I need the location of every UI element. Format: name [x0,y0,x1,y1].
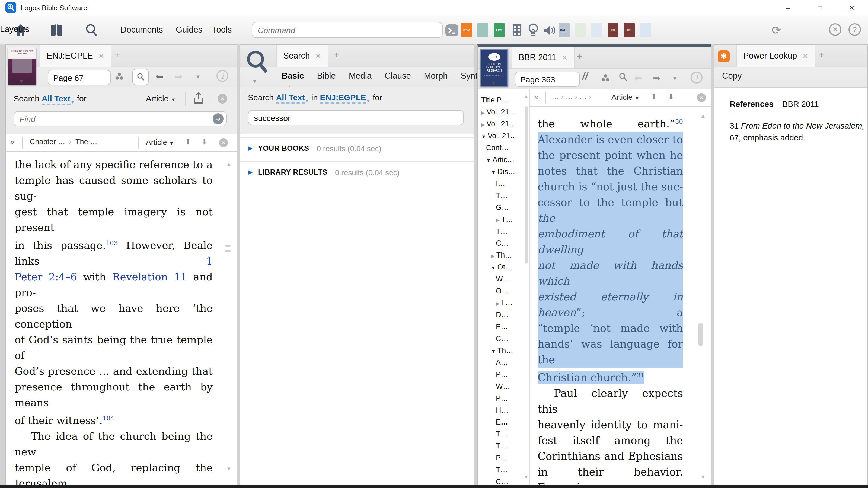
tab-close-icon[interactable]: ✕ [802,52,808,60]
terminal-shortcut-icon[interactable] [445,23,459,37]
humanitas-book-cover[interactable] [575,23,586,37]
expand-section-icon[interactable]: ▶ [248,169,252,176]
export-icon[interactable] [193,92,205,105]
results-section[interactable]: ▶LIBRARY RESULTS0 results (0.04 sec) [240,161,474,183]
next-article-icon[interactable]: ⬇ [201,137,208,146]
collapse-icon[interactable]: ▼ [491,170,496,175]
scroll-up-icon[interactable]: ▲ [226,161,231,167]
expand-icon[interactable]: ▶ [481,110,485,116]
expand-breadcrumb-icon[interactable]: » [10,138,14,146]
unseen-realm-book-cover[interactable] [477,23,488,37]
tab-close-icon[interactable]: ✕ [98,52,104,60]
toc-item[interactable]: C… [478,237,529,250]
search-type-tab-bible[interactable]: Bible [317,71,336,81]
paul-book-cover[interactable]: PAUL [559,23,569,37]
find-go-icon[interactable]: ➔ [213,113,223,124]
toc-item[interactable]: W… [478,381,529,393]
help-icon[interactable]: ? [848,23,861,36]
scroll-down-icon[interactable]: ▼ [701,474,706,480]
toc-item[interactable]: T… [478,190,529,202]
les-book-cover[interactable]: LES [494,23,504,37]
toc-item[interactable]: ▶T… [478,214,529,226]
close-all-icon[interactable]: ✕ [829,23,841,36]
toc-item[interactable]: Cont… [478,142,529,154]
toc-item[interactable]: ▶Th… [478,250,529,261]
toc-item[interactable]: C… [478,476,529,485]
find-input[interactable] [13,111,227,126]
scope-book-dropdown[interactable]: ENJ:EGPLE [320,93,366,104]
menu-documents[interactable]: Documents [120,25,163,35]
article-view-dropdown[interactable]: Article ▼ [146,138,174,147]
menu-tools[interactable]: Tools [212,25,231,35]
results-section[interactable]: ▶YOUR BOOKS0 results (0.04 sec) [240,137,474,159]
toc-item[interactable]: I… [478,178,529,190]
breadcrumb-ellipsis[interactable]: … [552,93,561,101]
all-text-dropdown[interactable]: All Text [41,94,70,105]
tab-enj-egple[interactable]: ENJ:EGPLE ✕ [40,45,111,67]
expand-icon[interactable]: ▶ [481,122,485,127]
back-arrow-icon[interactable]: ⬅ [156,71,163,83]
journal-book-cover-1[interactable] [591,23,602,37]
forward-arrow-icon[interactable]: ➡ [175,71,183,83]
toc-item[interactable]: C… [478,333,529,345]
layouts-button[interactable]: Layouts [0,24,30,34]
toc-item[interactable]: ▶Vol. 21… [478,118,529,130]
collapse-icon[interactable]: ▼ [491,349,496,354]
jbl-book-cover-2[interactable]: JBL [624,23,635,37]
inline-search-icon[interactable] [132,69,149,85]
search-type-tab-synt[interactable]: Synt [461,71,478,81]
close-locator-icon[interactable]: ✕ [219,138,228,147]
info-icon[interactable]: i [691,72,703,84]
toc-item[interactable]: P… [478,452,529,464]
expand-section-icon[interactable]: ▶ [248,145,252,152]
toc-item[interactable]: T… [478,464,529,476]
visual-filters-icon[interactable] [115,72,124,81]
tab-close-icon[interactable]: ✕ [562,54,568,62]
library-building-icon[interactable] [510,23,524,37]
cover-dropdown-caret-icon[interactable]: ▼ [19,78,24,84]
expand-icon[interactable]: ▶ [496,218,500,223]
toc-item[interactable]: P… [478,393,529,404]
toc-item[interactable]: W… [478,273,529,285]
toc-item[interactable]: P… [478,321,529,333]
forward-arrow-icon[interactable]: ➡ [653,73,660,84]
toc-item[interactable]: ▼Dis… [478,166,529,178]
collapse-icon[interactable]: ▼ [486,158,491,163]
toc-item[interactable]: H… [478,404,529,416]
scroll-up-icon[interactable]: ▲ [701,113,706,119]
page-navigation-input[interactable] [48,70,111,85]
breadcrumb-the[interactable]: The … [75,138,97,146]
scroll-down-icon[interactable]: ▼ [226,466,231,472]
scripture-link[interactable]: Revelation 11 [112,270,187,283]
tab-power-lookup[interactable]: Power Lookup ✕ [736,45,815,67]
toc-item[interactable]: ▼Vol. 21… [478,130,529,142]
toc-item[interactable]: G… [478,202,529,214]
scrollbar-thumb[interactable] [225,245,230,247]
toc-scroll-down-icon[interactable]: ▼ [524,474,529,480]
inline-search-icon[interactable] [618,72,628,82]
minimize-icon[interactable]: – [780,3,796,13]
toc-item[interactable]: E… [478,416,529,428]
toc-item[interactable]: ▼Artic… [478,154,529,166]
search-type-tab-media[interactable]: Media [349,71,372,81]
journal-book-cover-2[interactable] [640,23,651,37]
close-icon[interactable]: ✕ [844,3,860,13]
toc-item[interactable]: P… [478,369,529,381]
history-caret-icon[interactable]: ▼ [195,74,201,80]
command-input[interactable] [252,22,443,38]
parallel-passages-icon[interactable]: // [582,70,588,83]
search-query-input[interactable] [248,110,464,125]
library-icon[interactable] [49,23,64,38]
toc-item[interactable]: O… [478,285,529,297]
article-dropdown[interactable]: Article ▼ [146,94,176,103]
scrollbar-thumb[interactable] [225,250,230,252]
next-article-icon[interactable]: ⬇ [668,92,674,101]
breadcrumb-ellipses[interactable]: … › … › … › [552,93,591,101]
page-navigation-input[interactable] [515,72,580,87]
breadcrumb-chapter[interactable]: Chapter … [30,138,65,146]
breadcrumb-ellipsis[interactable]: … [579,93,589,101]
new-tab-icon[interactable]: + [334,50,339,61]
toc-item[interactable]: T… [478,428,529,440]
scrollbar-thumb[interactable] [698,323,703,346]
search-icon-caret[interactable]: ▼ [252,78,257,84]
